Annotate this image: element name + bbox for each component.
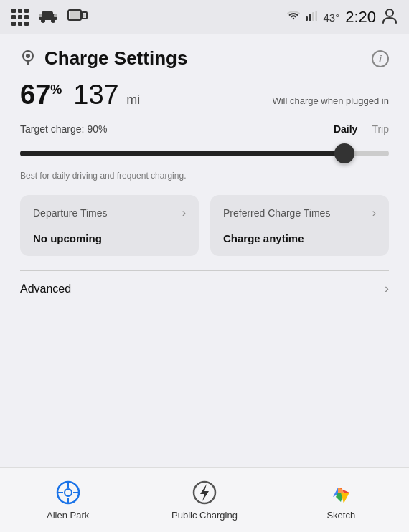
svg-rect-4 [39, 14, 42, 17]
slider-tabs: Daily Trip [334, 123, 389, 135]
svg-point-18 [65, 489, 72, 496]
nav-item-sketch[interactable]: Sketch [273, 468, 409, 532]
info-icon[interactable]: i [372, 50, 389, 67]
slider-section: Target charge: 90% Daily Trip Best for d… [20, 123, 389, 181]
slider-fill [20, 151, 344, 156]
page-header-left: Charge Settings [20, 47, 187, 70]
status-bar: 43° 2:20 [0, 0, 409, 34]
svg-point-3 [51, 19, 55, 23]
page-title: Charge Settings [44, 47, 187, 70]
preferred-charge-card[interactable]: Preferred Charge Times › Charge anytime [210, 195, 389, 256]
svg-marker-24 [200, 484, 209, 501]
nav-item-public-charging[interactable]: Public Charging [136, 468, 273, 532]
departure-times-chevron: › [182, 206, 186, 219]
battery-stats: 67% 137 mi Will charge when plugged in [20, 80, 389, 110]
battery-left: 67% 137 mi [20, 80, 140, 110]
svg-rect-7 [70, 11, 80, 19]
svg-rect-5 [54, 14, 57, 17]
charge-status: Will charge when plugged in [272, 95, 389, 106]
tab-daily[interactable]: Daily [334, 123, 357, 135]
svg-rect-10 [306, 16, 308, 21]
departure-times-card[interactable]: Departure Times › No upcoming [20, 195, 199, 256]
status-bar-right: 43° 2:20 [287, 8, 398, 27]
location-pin-icon [20, 49, 36, 68]
public-charging-label: Public Charging [171, 510, 238, 521]
slider-track-container[interactable] [20, 142, 389, 165]
svg-rect-13 [316, 11, 318, 21]
slider-hint: Best for daily driving and frequent char… [20, 171, 389, 181]
person-icon[interactable] [382, 8, 398, 27]
slider-track [20, 151, 389, 156]
page-header: Charge Settings i [20, 34, 389, 80]
svg-point-2 [41, 19, 45, 23]
svg-rect-11 [309, 14, 311, 21]
svg-point-14 [386, 9, 393, 16]
advanced-label: Advanced [20, 282, 71, 295]
slider-thumb[interactable] [334, 143, 354, 163]
battery-miles: 137 mi [73, 80, 140, 110]
svg-rect-12 [312, 12, 314, 21]
allen-park-icon [55, 480, 81, 505]
sketch-label: Sketch [326, 510, 355, 521]
slider-label: Target charge: 90% [20, 123, 107, 135]
advanced-chevron: › [385, 281, 389, 296]
advanced-row[interactable]: Advanced › [20, 271, 389, 306]
nav-item-allen-park[interactable]: Allen Park [0, 468, 136, 532]
svg-marker-29 [341, 493, 349, 503]
signal-icon [306, 11, 317, 24]
card-header-departure: Departure Times › [33, 206, 186, 219]
svg-rect-9 [83, 14, 86, 18]
preferred-charge-chevron: › [372, 206, 376, 219]
battery-percent: 67% [20, 80, 62, 110]
main-content: Charge Settings i 67% 137 mi Will charge… [0, 34, 409, 467]
departure-times-value: No upcoming [33, 232, 186, 244]
card-header-charge: Preferred Charge Times › [223, 206, 376, 219]
time-display: 2:20 [345, 8, 376, 27]
preferred-charge-value: Charge anytime [223, 232, 376, 244]
bottom-nav: Allen Park Public Charging Sket [0, 467, 409, 532]
car-icon[interactable] [37, 9, 59, 26]
slider-header: Target charge: 90% Daily Trip [20, 123, 389, 135]
cards-row: Departure Times › No upcoming Preferred … [20, 195, 389, 256]
public-charging-icon [192, 480, 217, 505]
allen-park-label: Allen Park [47, 510, 89, 521]
sketch-icon [328, 480, 354, 505]
status-bar-left [11, 9, 88, 26]
grid-icon[interactable] [11, 9, 29, 26]
tab-trip[interactable]: Trip [372, 123, 389, 135]
departure-times-title: Departure Times [33, 207, 107, 219]
svg-point-16 [26, 54, 30, 58]
svg-rect-1 [42, 11, 53, 16]
wifi-icon [287, 11, 300, 24]
preferred-charge-title: Preferred Charge Times [223, 207, 330, 219]
tablet-icon[interactable] [67, 9, 88, 26]
temperature-display: 43° [323, 11, 339, 24]
